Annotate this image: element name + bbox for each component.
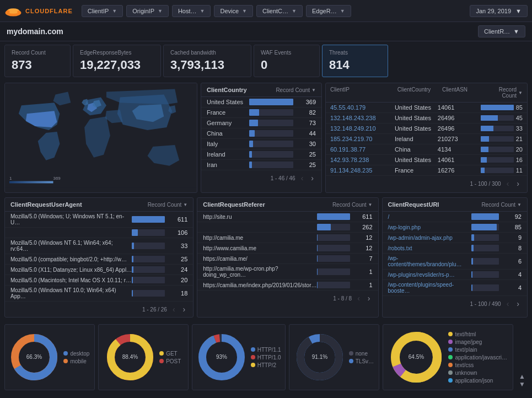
country: United States	[395, 104, 438, 111]
count-value: 8	[502, 245, 522, 251]
uri-label: /wp-login.php	[388, 224, 472, 230]
next-page-arrow[interactable]: ›	[181, 304, 188, 315]
country-record-count-header: Record Count ▼	[276, 87, 316, 93]
bar-container	[132, 290, 165, 297]
bar-container	[249, 151, 293, 158]
referer-table-footer: 1 - 8 / 8 ‹ ›	[197, 291, 378, 306]
bar-container	[249, 141, 293, 147]
prev-page-arrow[interactable]: ‹	[504, 298, 512, 309]
metric-record-count: Record Count 873	[4, 45, 71, 77]
bar-fill	[317, 234, 318, 241]
count-value: 25	[168, 256, 187, 262]
bar-fill	[132, 243, 133, 249]
ip-address: 132.148.243.238	[330, 115, 395, 121]
asn: 26496	[438, 115, 481, 121]
bar-wrap: 30	[249, 141, 316, 147]
mini-bar-container	[481, 105, 514, 110]
date-picker[interactable]: Jan 29, 2019 ▼	[470, 5, 528, 17]
bar-wrap: 12	[317, 234, 373, 241]
country-name: China	[207, 130, 249, 137]
clientc-filter[interactable]: ClientC… ▼	[256, 5, 303, 17]
next-page-arrow[interactable]: ›	[514, 178, 522, 189]
clientr-dropdown[interactable]: ClientR… ▼	[478, 25, 525, 37]
referer-table-header: ClientRequestReferer Record Count ▼	[197, 198, 378, 212]
prev-page-arrow[interactable]: ‹	[299, 173, 306, 184]
count-cell: 85	[481, 104, 523, 111]
next-page-arrow[interactable]: ›	[514, 298, 522, 309]
scroll-down-arrow[interactable]: ▼	[519, 380, 525, 388]
referer-table-title: ClientRequestReferer	[203, 201, 332, 208]
bar-wrap: 12	[317, 245, 373, 251]
legend-image-jpeg: image/jpeg	[448, 339, 507, 345]
metric-label: Record Count	[12, 50, 63, 56]
scroll-arrows: ▲ ▼	[517, 324, 528, 390]
mini-bar-container	[481, 157, 514, 163]
prev-page-arrow[interactable]: ‹	[355, 293, 362, 304]
uri-label: /wp-content/plugins/speed-booste…	[388, 282, 472, 294]
bar-fill	[471, 213, 499, 220]
clientip-table-header: ClientIP ClientCountry ClientASN Record …	[326, 83, 527, 103]
bar-fill	[249, 141, 253, 147]
legend-text-html: text/html	[448, 331, 507, 337]
clientip-filter[interactable]: ClientIP ▼	[82, 5, 123, 17]
map-svg: 1 369	[5, 83, 197, 188]
bar-container	[249, 130, 293, 137]
bar-fill	[249, 151, 252, 158]
legend-http10: HTTP/1.0	[251, 354, 281, 361]
bar-container	[249, 109, 293, 116]
next-page-arrow[interactable]: ›	[366, 293, 373, 304]
bar-wrap: 24	[132, 266, 187, 273]
count-value: 24	[168, 266, 187, 273]
table-row: https://camilia.me/ 7	[197, 254, 378, 264]
bar-fill	[317, 213, 350, 220]
table-row: United States 369	[201, 97, 321, 107]
device-donut-svg: 66.3%	[9, 332, 59, 382]
count-value: 12	[353, 245, 373, 251]
table-row: http://site.ru 611	[197, 212, 378, 222]
scroll-up-arrow[interactable]: ▲	[519, 373, 525, 380]
ua-label: Mozilla/5.0 (Windows; U; Windows NT 5.1;…	[10, 213, 132, 225]
bar-container	[317, 213, 350, 220]
count-cell: 16	[481, 157, 523, 163]
bar-fill	[132, 277, 133, 283]
mini-bar-fill	[481, 168, 485, 173]
mini-bar-container	[481, 168, 514, 173]
count-value: 1	[353, 282, 373, 288]
originip-filter[interactable]: OriginIP ▼	[126, 5, 169, 17]
bar-container	[132, 256, 165, 262]
count-value: 25	[297, 151, 316, 158]
table-row: /wp-admin/admin-ajax.php 9	[383, 233, 528, 243]
table-row: 60.191.38.77 China 4134 20	[326, 144, 527, 155]
table-row: Mozilla/5.0 (X11; Datanyze; Linux x86_64…	[5, 265, 193, 275]
prev-page-arrow[interactable]: ‹	[170, 304, 178, 315]
table-row: France 82	[201, 107, 321, 118]
edger-filter[interactable]: EdgeR… ▼	[306, 5, 351, 17]
host-filter[interactable]: Host… ▼	[172, 5, 211, 17]
bar-container	[317, 282, 350, 288]
bar-fill	[471, 284, 472, 291]
bar-container	[471, 284, 499, 291]
legend-app-js: application/javascri…	[448, 354, 507, 361]
svg-point-2	[6, 10, 9, 13]
legend-dot-none	[349, 351, 353, 356]
count-value: 33	[516, 125, 523, 132]
bar-wrap: 106	[132, 229, 187, 236]
legend-dot-get	[159, 351, 164, 356]
prev-page-arrow[interactable]: ‹	[504, 178, 512, 189]
http-version-chart: 93% HTTP/1.1 HTTP/1.0 HTTP/2	[192, 324, 286, 390]
mini-bar-container	[481, 147, 514, 152]
count-cell: 20	[481, 146, 523, 153]
svg-text:1: 1	[9, 176, 12, 181]
device-filter[interactable]: Device ▼	[214, 5, 253, 17]
uri-count-header: Record Count ▼	[481, 202, 522, 208]
metric-edge-bytes: EdgeResponseBytes 19,227,033	[73, 45, 161, 77]
legend-http11: HTTP/1.1	[251, 347, 281, 353]
table-row: 185.234.219.70 Ireland 210273 21	[326, 134, 527, 144]
count-value: 20	[168, 277, 187, 283]
sort-icon: ▼	[368, 202, 373, 207]
next-page-arrow[interactable]: ›	[309, 173, 316, 184]
svg-point-3	[17, 10, 20, 13]
count-value: 4	[502, 271, 522, 278]
svg-text:91.1%: 91.1%	[312, 354, 327, 360]
country: United States	[395, 157, 438, 163]
